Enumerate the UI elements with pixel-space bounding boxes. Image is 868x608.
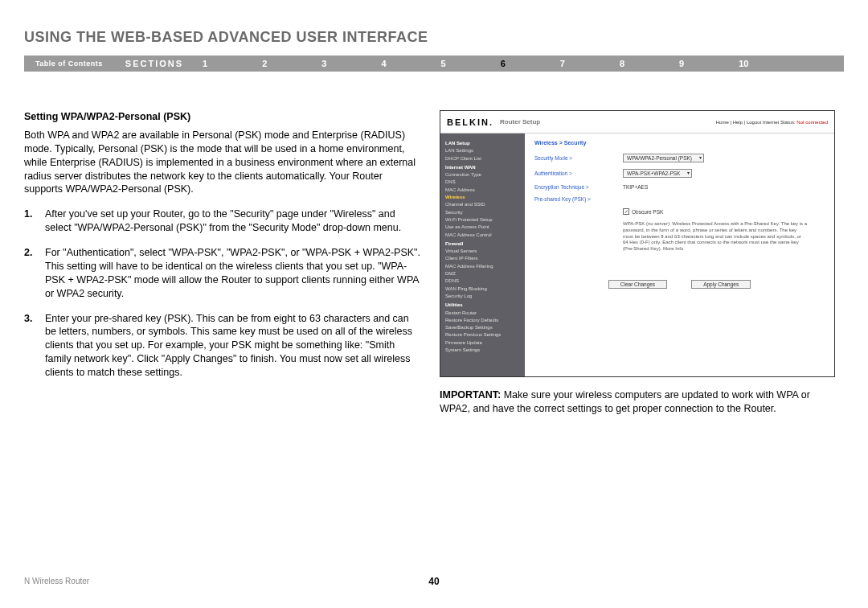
- sidebar-item[interactable]: Security: [445, 209, 520, 216]
- sidebar-item[interactable]: Restore Previous Settings: [445, 331, 520, 339]
- step-1: 1.After you've set up your Router, go to…: [24, 207, 422, 235]
- sidebar-item[interactable]: MAC Address: [445, 187, 520, 194]
- sidebar-item[interactable]: DDNS: [445, 277, 520, 285]
- clear-changes-button[interactable]: Clear Changes: [608, 280, 667, 289]
- sidebar-item[interactable]: Use as Access Point: [445, 224, 520, 231]
- encryption-label: Encryption Technique >: [534, 184, 623, 190]
- router-setup-title: Router Setup: [500, 118, 540, 125]
- step-number: 2.: [24, 246, 45, 301]
- section-link-2[interactable]: 2: [262, 59, 267, 68]
- sections-label: SECTIONS: [114, 59, 203, 68]
- sidebar-item[interactable]: LAN Settings: [445, 147, 520, 154]
- section-link-8[interactable]: 8: [620, 59, 624, 68]
- encryption-value: TKIP+AES: [623, 184, 648, 190]
- apply-changes-button[interactable]: Apply Changes: [691, 280, 751, 289]
- sidebar-item[interactable]: Internet WAN: [445, 164, 520, 171]
- section-numbers: 12345678910: [203, 59, 748, 68]
- page-title: USING THE WEB-BASED ADVANCED USER INTERF…: [24, 29, 844, 46]
- instructions-column: Setting WPA/WPA2-Personal (PSK) Both WPA…: [24, 110, 422, 416]
- product-name: N Wireless Router: [24, 577, 89, 585]
- sidebar-item[interactable]: LAN Setup: [445, 140, 520, 147]
- router-top-links[interactable]: Home | Help | Logout Internet Status: No…: [716, 120, 828, 125]
- sidebar-item[interactable]: Wi-Fi Protected Setup: [445, 216, 520, 224]
- section-link-6[interactable]: 6: [501, 59, 506, 68]
- section-link-7[interactable]: 7: [560, 59, 565, 68]
- section-link-3[interactable]: 3: [321, 59, 326, 68]
- sidebar-item[interactable]: Restart Router: [445, 310, 520, 317]
- section-link-10[interactable]: 10: [739, 59, 748, 68]
- step-3: 3.Enter your pre-shared key (PSK). This …: [24, 312, 422, 380]
- sidebar-item[interactable]: Utilities: [445, 302, 520, 309]
- security-mode-select[interactable]: WPA/WPA2-Personal (PSK): [623, 154, 704, 162]
- sidebar-item[interactable]: Save/Backup Settings: [445, 324, 520, 331]
- belkin-logo: BELKIN.: [447, 117, 492, 127]
- sidebar-item[interactable]: Client IP Filters: [445, 255, 520, 262]
- router-sidebar[interactable]: LAN SetupLAN SettingsDHCP Client ListInt…: [440, 134, 525, 376]
- router-header: BELKIN. Router Setup Home | Help | Logou…: [440, 111, 834, 134]
- authentication-select[interactable]: WPA-PSK+WPA2-PSK: [623, 169, 692, 178]
- internet-status: Not connected: [796, 120, 828, 125]
- sidebar-item[interactable]: Virtual Servers: [445, 248, 520, 255]
- router-main-panel: Wireless > Security Security Mode > WPA/…: [525, 134, 834, 376]
- psk-label: Pre-shared Key (PSK) >: [534, 196, 623, 202]
- security-mode-label: Security Mode >: [534, 155, 623, 161]
- section-subtitle: Setting WPA/WPA2-Personal (PSK): [24, 110, 422, 124]
- step-number: 1.: [24, 207, 45, 235]
- step-text: Enter your pre-shared key (PSK). This ca…: [45, 312, 422, 380]
- step-text: For "Authentication", select "WPA-PSK", …: [45, 246, 422, 301]
- breadcrumb[interactable]: Wireless > Security: [534, 140, 825, 146]
- section-link-9[interactable]: 9: [679, 59, 684, 68]
- section-link-4[interactable]: 4: [381, 59, 386, 68]
- toc-link[interactable]: Table of Contents: [24, 60, 114, 68]
- router-ui-screenshot: BELKIN. Router Setup Home | Help | Logou…: [440, 110, 835, 377]
- sidebar-item[interactable]: DMZ: [445, 270, 520, 277]
- sidebar-item[interactable]: System Settings: [445, 347, 520, 354]
- important-note: IMPORTANT: Make sure your wireless compu…: [440, 388, 835, 416]
- sidebar-item[interactable]: DNS: [445, 179, 520, 186]
- step-2: 2.For "Authentication", select "WPA-PSK"…: [24, 246, 422, 301]
- sidebar-item[interactable]: Restore Factory Defaults: [445, 317, 520, 324]
- section-nav-bar: Table of Contents SECTIONS 12345678910: [24, 55, 844, 72]
- sidebar-item[interactable]: Channel and SSID: [445, 201, 520, 208]
- sidebar-item[interactable]: Wireless: [445, 194, 520, 201]
- section-link-1[interactable]: 1: [203, 59, 207, 68]
- obscure-psk-label: Obscure PSK: [632, 209, 663, 215]
- sidebar-item[interactable]: Security Log: [445, 293, 520, 300]
- sidebar-item[interactable]: MAC Address Control: [445, 232, 520, 239]
- sidebar-item[interactable]: DHCP Client List: [445, 155, 520, 162]
- page-number: 40: [428, 576, 439, 587]
- screenshot-column: BELKIN. Router Setup Home | Help | Logou…: [440, 110, 844, 416]
- sidebar-item[interactable]: Firewall: [445, 240, 520, 248]
- sidebar-item[interactable]: Firmware Update: [445, 339, 520, 347]
- step-number: 3.: [24, 312, 45, 380]
- psk-help-text: WPA-PSK (no server): Wireless Protected …: [623, 221, 808, 253]
- step-text: After you've set up your Router, go to t…: [45, 207, 422, 235]
- sidebar-item[interactable]: Connection Type: [445, 171, 520, 179]
- page-footer: N Wireless Router 40: [24, 577, 844, 585]
- obscure-psk-checkbox[interactable]: ✓: [623, 208, 629, 215]
- intro-paragraph: Both WPA and WPA2 are available in Perso…: [24, 129, 422, 196]
- sidebar-item[interactable]: WAN Ping Blocking: [445, 286, 520, 293]
- sidebar-item[interactable]: MAC Address Filtering: [445, 263, 520, 270]
- section-link-5[interactable]: 5: [441, 59, 446, 68]
- authentication-label: Authentication >: [534, 170, 623, 176]
